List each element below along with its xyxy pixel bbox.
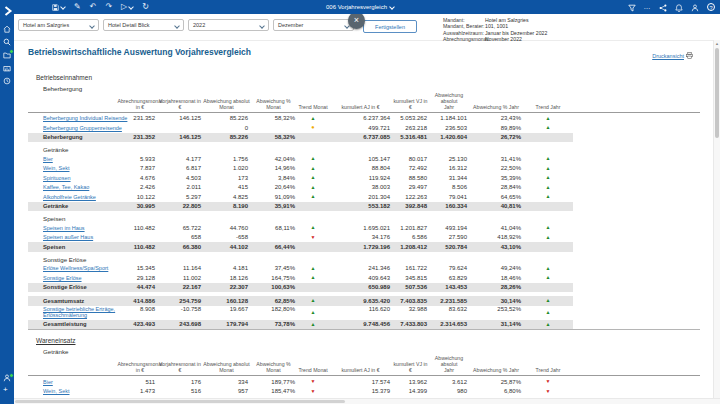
row-label-link[interactable]: Erlöse Wellness/Spa/Sport	[28, 265, 123, 271]
column-header-text: kumuliert AJ in €	[341, 105, 379, 111]
trend-cell: ▲	[523, 225, 573, 230]
value-cell: 43,10%	[469, 244, 523, 250]
value-cell: 13.962	[392, 379, 429, 385]
edit-icon[interactable]: ✎	[74, 3, 81, 11]
redo-icon[interactable]: ↷	[105, 3, 112, 11]
search-icon[interactable]	[3, 32, 11, 40]
value-cell: 85.226	[203, 134, 250, 140]
user-icon[interactable]	[691, 0, 699, 16]
value-cell: 42,04%	[250, 156, 297, 162]
table-row: Speisen außer Haus658-658▼34.1766.58627.…	[28, 233, 573, 243]
row-label-link[interactable]: Sonstige betriebliche Erträge, Erlösschm…	[28, 306, 123, 319]
notifications-icon[interactable]	[675, 0, 683, 16]
select-auswertung-value: Hotel Detail Blick	[108, 22, 150, 28]
value-cell: 88.580	[392, 175, 429, 181]
select-jahr[interactable]: 2022	[188, 19, 269, 31]
trend-up-icon: ▲	[311, 194, 316, 199]
document-title[interactable]: 006 Vorjahresvergleich	[260, 0, 460, 14]
help-icon[interactable]: ?	[707, 3, 715, 11]
vertical-scrollbar[interactable]: ▲	[713, 40, 720, 398]
save-icon	[52, 4, 59, 11]
value-cell: 415	[203, 184, 250, 190]
row-label-link[interactable]: Beherbergung Individual Reisende	[28, 115, 123, 121]
row-label-link[interactable]: Kaffee, Tee, Kakao	[28, 184, 123, 190]
close-button[interactable]: ×	[348, 12, 365, 29]
overflow-icon[interactable]: …	[644, 5, 652, 9]
row-total-label: Getränke	[28, 203, 123, 209]
documents-icon[interactable]	[3, 45, 11, 53]
print-view-link[interactable]: Druckansicht	[652, 52, 693, 59]
table-row: Wein, Sekt7.8376.8171.02014,96%▲88.80472…	[28, 164, 573, 174]
column-header: Trend Monat	[297, 105, 329, 111]
value-cell: 2.314.653	[429, 321, 469, 327]
trend-cell: ▲	[297, 225, 329, 230]
value-cell: 8.506	[429, 184, 469, 190]
toolbar: ✎ ↶ ↷ ▷ ↻	[52, 0, 149, 14]
save-button[interactable]	[52, 4, 65, 11]
value-cell: 83.632	[429, 306, 469, 313]
history-icon[interactable]	[3, 71, 11, 79]
app-logo-icon[interactable]	[3, 2, 13, 12]
select-mandant[interactable]: Hotel am Salzgries	[18, 19, 99, 31]
value-cell: 2.426	[123, 184, 157, 190]
trend-up-icon: ▲	[546, 116, 551, 121]
value-cell: 66,44%	[250, 244, 297, 250]
filter-bar: Hotel am Salzgries Hotel Detail Blick 20…	[14, 14, 720, 41]
share-icon[interactable]	[659, 0, 667, 16]
scroll-up-arrow-icon[interactable]: ▲	[715, 41, 719, 46]
value-cell: 105.147	[329, 156, 392, 162]
value-cell: 64,65%	[469, 194, 523, 200]
horizontal-scrollbar-thumb[interactable]	[15, 400, 345, 403]
select-monat[interactable]: Dezember	[273, 19, 354, 31]
value-cell: 110.482	[123, 244, 157, 250]
column-header-text: kumuliert VJ in €	[392, 362, 429, 374]
home-icon[interactable]	[3, 19, 11, 27]
row-label-link[interactable]: Speisen außer Haus	[28, 234, 123, 240]
trend-cell: ▲	[297, 185, 329, 190]
value-cell: 423.493	[123, 321, 157, 327]
horizontal-scrollbar[interactable]	[14, 398, 720, 404]
finish-button[interactable]: Fertigstellen	[363, 20, 417, 33]
select-auswertung[interactable]: Hotel Detail Blick	[103, 19, 184, 31]
profile-icon[interactable]	[3, 368, 11, 376]
value-cell: 122.263	[392, 194, 429, 200]
filter-icon[interactable]	[628, 0, 636, 16]
row-label-link[interactable]: Wein, Sekt	[28, 165, 123, 171]
value-cell: 3,84%	[250, 175, 297, 181]
add-icon[interactable]: +	[3, 386, 8, 394]
row-label-link[interactable]: Beherbergung Gruppenreisende	[28, 125, 123, 131]
value-cell: 179.794	[203, 321, 250, 327]
trend-up-icon: ▲	[546, 310, 551, 315]
value-cell: 4.676	[123, 175, 157, 181]
column-header: Trend Monat	[297, 368, 329, 374]
value-cell: 17.574	[329, 379, 392, 385]
table-row: Bier5.9334.1771.75642,04%▲105.14780.0172…	[28, 154, 573, 164]
trend-cell: ▼	[523, 379, 573, 384]
reports-icon[interactable]	[3, 58, 11, 66]
run-menu-chevron-icon[interactable]	[128, 4, 134, 10]
value-cell: 1.756	[203, 156, 250, 162]
value-cell: 73,78%	[250, 321, 297, 327]
column-header-text: Vorjahresmonat in €	[157, 99, 203, 111]
run-button[interactable]: ▷	[121, 3, 133, 11]
row-label-link[interactable]: Sonstige Erlöse	[28, 275, 123, 281]
row-label-link[interactable]: Speisen im Haus	[28, 225, 123, 231]
undo-icon[interactable]: ↶	[90, 3, 97, 11]
row-label-link[interactable]: Spirituosen	[28, 175, 123, 181]
column-header-text: Trend Monat	[298, 368, 327, 374]
row-label-link[interactable]: Wein, Sekt	[28, 388, 123, 394]
run-icon[interactable]: ▷	[121, 3, 127, 11]
value-cell: 79.041	[429, 194, 469, 200]
trend-cell: ▲	[523, 310, 573, 315]
value-cell: 116.620	[329, 306, 392, 313]
refresh-icon[interactable]: ↻	[142, 3, 149, 11]
row-label-link[interactable]: Alkoholfreie Getränke	[28, 194, 123, 200]
vertical-scrollbar-thumb[interactable]	[715, 48, 719, 138]
value-cell: 160.128	[203, 298, 250, 304]
value-cell: 35,39%	[469, 175, 523, 181]
save-menu-chevron-icon[interactable]	[60, 4, 66, 10]
row-label-link[interactable]: Bier	[28, 156, 123, 162]
value-cell: 27.590	[429, 234, 469, 240]
value-cell: 34.176	[329, 234, 392, 240]
row-label-link[interactable]: Bier	[28, 379, 123, 385]
